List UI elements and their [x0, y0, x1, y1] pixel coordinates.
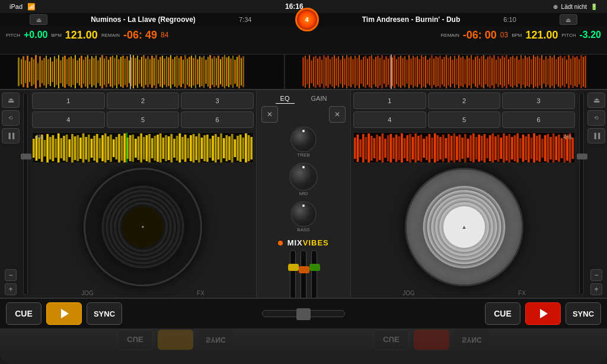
- svg-rect-180: [448, 58, 449, 85]
- treb-label: TREB: [297, 152, 309, 158]
- right-sync-button[interactable]: SYNC: [566, 302, 601, 325]
- right-pitch-slider[interactable]: [579, 92, 584, 295]
- left-hotcue-4[interactable]: 4: [32, 111, 105, 128]
- svg-rect-295: [156, 135, 159, 162]
- crossfader-handle[interactable]: [296, 308, 311, 320]
- bass-knob[interactable]: [290, 201, 317, 227]
- right-hotcue-6[interactable]: 6: [502, 111, 575, 128]
- left-play-button[interactable]: [46, 302, 82, 325]
- left-cue-button[interactable]: CUE: [6, 302, 41, 325]
- eq-tab[interactable]: EQ: [276, 94, 295, 104]
- left-eject-btn[interactable]: ⏏: [2, 92, 20, 108]
- svg-rect-344: [387, 135, 389, 161]
- right-hotcue-3[interactable]: 3: [502, 92, 575, 109]
- transport-right: CUE SYNC: [356, 302, 601, 325]
- svg-rect-303: [178, 133, 181, 163]
- right-play-button[interactable]: [525, 302, 561, 325]
- svg-rect-124: [331, 57, 333, 87]
- svg-rect-145: [375, 57, 376, 87]
- svg-rect-257: [52, 135, 55, 161]
- svg-rect-108: [242, 56, 244, 87]
- svg-rect-106: [238, 55, 240, 88]
- svg-rect-123: [330, 59, 331, 85]
- svg-rect-301: [173, 139, 175, 158]
- right-x-btn[interactable]: ✕: [329, 106, 346, 123]
- left-hotcue-2[interactable]: 2: [107, 92, 180, 109]
- left-pitch-value: +0.00: [24, 30, 47, 40]
- mid-knob[interactable]: [289, 162, 318, 191]
- center-channel-fader[interactable]: [301, 250, 306, 298]
- transport-center: [256, 310, 351, 317]
- right-hotcue-1[interactable]: 1: [353, 92, 426, 109]
- svg-rect-0: [18, 58, 20, 86]
- svg-rect-312: [203, 135, 206, 161]
- svg-rect-111: [305, 56, 306, 88]
- svg-rect-132: [348, 58, 350, 86]
- svg-rect-324: [237, 136, 239, 161]
- svg-rect-328: [248, 135, 250, 161]
- svg-rect-103: [232, 56, 234, 88]
- right-side-controls: ⏏ ⟲ ▐▐ − +: [586, 90, 607, 298]
- left-plus-btn[interactable]: +: [5, 283, 17, 295]
- right-hotcue-4[interactable]: 4: [353, 111, 426, 128]
- svg-rect-302: [176, 136, 178, 161]
- svg-rect-343: [384, 139, 386, 158]
- svg-rect-44: [110, 57, 111, 87]
- left-hotcue-3[interactable]: 3: [181, 92, 254, 109]
- right-turntable[interactable]: ▲: [405, 168, 523, 286]
- svg-rect-2: [23, 56, 24, 87]
- left-minus-btn[interactable]: −: [5, 269, 17, 281]
- left-eject[interactable]: ⏏: [30, 14, 47, 25]
- left-x-btn[interactable]: ✕: [261, 106, 278, 123]
- left-turntable[interactable]: ●: [84, 168, 202, 286]
- svg-rect-275: [101, 135, 104, 161]
- svg-rect-104: [234, 60, 236, 84]
- right-vinyl[interactable]: ▲: [351, 165, 577, 289]
- svg-rect-372: [464, 134, 467, 162]
- svg-rect-59: [141, 57, 142, 87]
- svg-rect-155: [396, 59, 397, 85]
- right-hotcue-5[interactable]: 5: [428, 111, 501, 128]
- svg-rect-13: [46, 56, 47, 88]
- left-vinyl[interactable]: ●: [30, 165, 256, 289]
- svg-rect-8: [35, 55, 37, 88]
- gain-tab[interactable]: GAIN: [306, 94, 332, 104]
- left-hotcue-1[interactable]: 1: [32, 92, 105, 109]
- waveform-overview[interactable]: [0, 55, 607, 90]
- crossfader[interactable]: [262, 310, 345, 317]
- right-minus-btn[interactable]: −: [590, 269, 602, 281]
- svg-rect-119: [321, 60, 322, 84]
- right-hotcue-2[interactable]: 2: [428, 92, 501, 109]
- svg-rect-240: [572, 56, 574, 88]
- svg-rect-18: [56, 59, 57, 85]
- reflection-area: CUE SYNC CUE SYNC: [0, 328, 607, 364]
- svg-rect-371: [461, 138, 464, 159]
- svg-rect-84: [193, 58, 194, 85]
- left-pitch-slider[interactable]: [23, 92, 28, 295]
- left-sync-icon[interactable]: ⟲: [2, 110, 20, 126]
- svg-rect-270: [88, 135, 90, 162]
- left-sync-button[interactable]: SYNC: [87, 302, 122, 325]
- svg-rect-285: [129, 135, 132, 161]
- svg-rect-351: [406, 135, 408, 161]
- svg-rect-203: [496, 60, 497, 84]
- treb-knob[interactable]: [290, 126, 317, 152]
- svg-rect-182: [452, 60, 453, 84]
- right-sync-icon[interactable]: ⟲: [587, 110, 605, 126]
- left-channel-fader[interactable]: [290, 250, 296, 298]
- right-jog-fx-row: JOG FX: [351, 289, 577, 298]
- left-hotcue-6[interactable]: 6: [181, 111, 254, 128]
- left-hotcue-5[interactable]: 5: [107, 111, 180, 128]
- svg-rect-202: [493, 55, 495, 88]
- right-cue-button[interactable]: CUE: [485, 302, 520, 325]
- svg-rect-177: [442, 59, 443, 85]
- svg-rect-96: [218, 56, 219, 88]
- right-eject[interactable]: ⏏: [560, 14, 577, 25]
- svg-rect-388: [508, 134, 510, 162]
- svg-rect-164: [414, 58, 416, 86]
- right-channel-fader[interactable]: [311, 250, 317, 298]
- svg-rect-125: [334, 55, 335, 88]
- right-plus-btn[interactable]: +: [590, 283, 602, 295]
- right-eject-btn[interactable]: ⏏: [587, 92, 605, 108]
- wifi-icon: 📶: [27, 3, 36, 11]
